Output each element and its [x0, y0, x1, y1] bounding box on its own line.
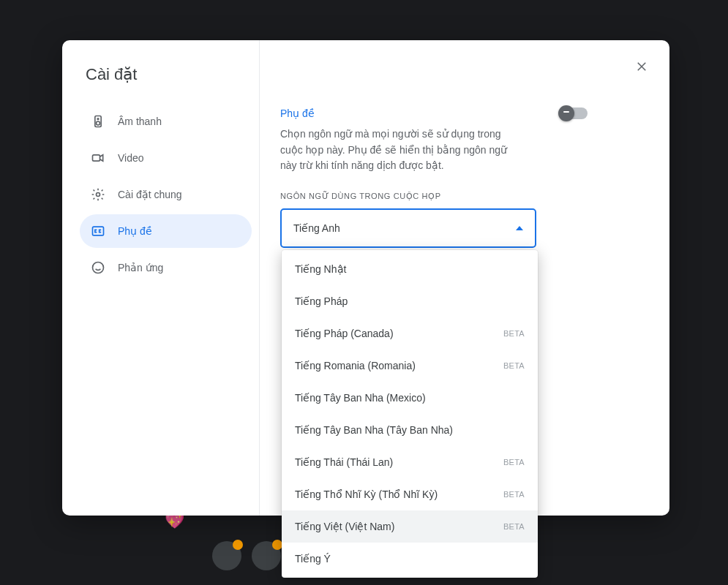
beta-badge: BETA — [503, 490, 525, 499]
beta-badge: BETA — [503, 329, 525, 338]
language-option-label: Tiếng Pháp (Canada) — [295, 328, 394, 339]
language-option[interactable]: Tiếng Tây Ban Nha (Tây Ban Nha) — [282, 414, 538, 446]
settings-sidebar: Cài đặt Âm thanh Video Cài đặt chung Phụ… — [62, 40, 260, 516]
settings-dialog: Cài đặt Âm thanh Video Cài đặt chung Phụ… — [62, 40, 669, 516]
language-option[interactable]: Tiếng Pháp — [282, 285, 538, 317]
gear-icon — [90, 186, 106, 203]
language-option[interactable]: Tiếng Ý — [282, 543, 538, 575]
sidebar-item-label: Phản ứng — [118, 262, 163, 273]
settings-content: Phụ đề Chọn ngôn ngữ mà mọi người sẽ sử … — [260, 40, 669, 516]
captions-icon — [90, 223, 106, 239]
language-option[interactable]: Tiếng Nhật — [282, 253, 538, 285]
language-option-label: Tiếng Ý — [295, 553, 331, 565]
sidebar-item-label: Âm thanh — [118, 116, 162, 127]
language-option-label: Tiếng Romania (Romania) — [295, 360, 416, 371]
speaker-icon — [90, 113, 106, 129]
dialog-title: Cài đặt — [86, 65, 252, 84]
language-option[interactable]: Tiếng Thái (Thái Lan)BETA — [282, 446, 538, 478]
language-option-label: Tiếng Pháp — [295, 295, 348, 307]
language-option[interactable]: Tiếng Việt (Việt Nam)BETA — [282, 510, 538, 543]
chevron-up-icon — [516, 226, 523, 230]
mic-button-bg — [212, 541, 241, 570]
background-call-controls — [212, 541, 281, 570]
beta-badge: BETA — [503, 361, 525, 370]
language-selected-value: Tiếng Anh — [293, 222, 340, 234]
sidebar-item-reactions[interactable]: Phản ứng — [80, 251, 252, 284]
language-field-label: NGÔN NGỮ DÙNG TRONG CUỘC HỌP — [280, 192, 649, 201]
captions-toggle[interactable] — [560, 107, 588, 119]
svg-point-4 — [97, 193, 100, 197]
sidebar-item-general[interactable]: Cài đặt chung — [80, 178, 252, 211]
captions-section-title: Phụ đề — [280, 107, 315, 119]
svg-rect-5 — [93, 227, 104, 235]
sidebar-item-captions[interactable]: Phụ đề — [80, 214, 252, 248]
language-option[interactable]: Tiếng Thổ Nhĩ Kỳ (Thổ Nhĩ Kỳ)BETA — [282, 478, 538, 510]
language-option[interactable]: Tiếng Pháp (Canada)BETA — [282, 317, 538, 350]
close-button[interactable] — [630, 55, 653, 78]
sidebar-item-audio[interactable]: Âm thanh — [80, 105, 252, 138]
svg-rect-3 — [93, 155, 100, 161]
captions-description: Chọn ngôn ngữ mà mọi người sẽ sử dụng tr… — [280, 127, 522, 174]
language-option[interactable]: Tiếng Romania (Romania)BETA — [282, 350, 538, 382]
svg-point-6 — [93, 263, 104, 273]
video-icon — [90, 150, 106, 166]
sidebar-item-label: Phụ đề — [118, 225, 152, 237]
language-option-label: Tiếng Tây Ban Nha (Mexico) — [295, 392, 426, 404]
beta-badge: BETA — [503, 522, 525, 531]
sidebar-item-video[interactable]: Video — [80, 141, 252, 175]
language-option-label: Tiếng Việt (Việt Nam) — [295, 521, 394, 532]
sidebar-item-label: Cài đặt chung — [118, 189, 182, 200]
svg-point-1 — [97, 121, 100, 125]
camera-button-bg — [252, 541, 281, 570]
language-option-label: Tiếng Tây Ban Nha (Tây Ban Nha) — [295, 424, 453, 436]
language-option-label: Tiếng Nhật — [295, 263, 346, 275]
svg-point-2 — [97, 118, 99, 120]
language-select[interactable]: Tiếng Anh Tiếng NhậtTiếng PhápTiếng Pháp… — [280, 208, 536, 248]
language-option-label: Tiếng Thái (Thái Lan) — [295, 456, 393, 468]
language-option-label: Tiếng Thổ Nhĩ Kỳ (Thổ Nhĩ Kỳ) — [295, 488, 438, 500]
emoji-icon — [90, 260, 106, 276]
language-dropdown[interactable]: Tiếng NhậtTiếng PhápTiếng Pháp (Canada)B… — [282, 250, 538, 578]
language-option[interactable]: Tiếng Tây Ban Nha (Mexico) — [282, 382, 538, 414]
sidebar-item-label: Video — [118, 152, 144, 164]
beta-badge: BETA — [503, 458, 525, 467]
